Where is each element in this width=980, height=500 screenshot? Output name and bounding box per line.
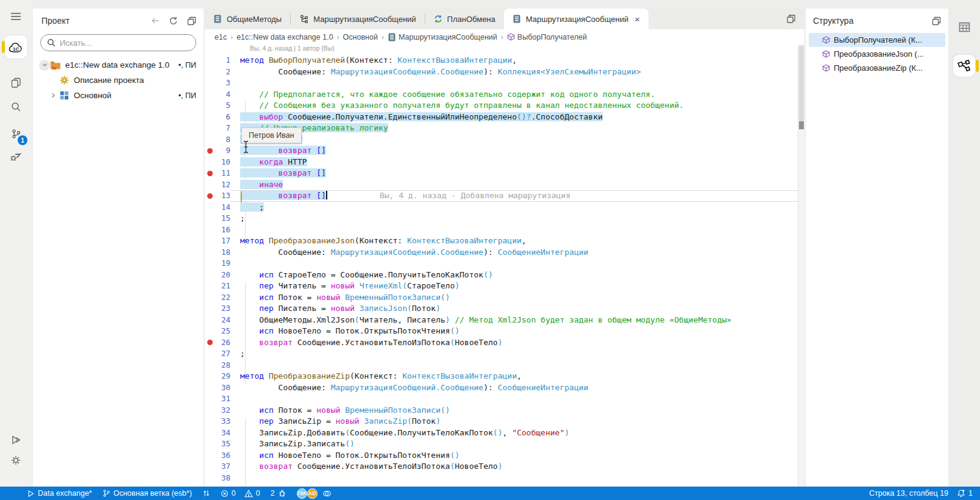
breakpoint-gutter[interactable] bbox=[205, 438, 215, 450]
code-line-26[interactable]: 26 возврат Сообщение.УстановитьТелоИзПот… bbox=[205, 337, 804, 349]
breakpoint-gutter[interactable] bbox=[205, 190, 215, 202]
breakpoint-gutter[interactable] bbox=[205, 123, 215, 134]
breakpoint-gutter[interactable] bbox=[205, 77, 215, 89]
tree-item-Описание проекта[interactable]: Описание проекта bbox=[33, 73, 204, 88]
breakpoint-gutter[interactable] bbox=[205, 134, 215, 146]
tree-item-e1c::New data exchange 1.0[interactable]: 1ce1c::New data exchange 1.0•, ПИ bbox=[33, 57, 204, 73]
breakpoint-icon[interactable] bbox=[207, 171, 213, 176]
breakpoint-gutter[interactable] bbox=[205, 112, 215, 123]
code-line-29[interactable]: 29метод ПреобразованиеZip(Контекст: Конт… bbox=[205, 371, 804, 382]
open-new-window-button[interactable] bbox=[185, 15, 197, 27]
scrollbar-thumb[interactable] bbox=[799, 46, 804, 124]
breakpoint-gutter[interactable] bbox=[205, 393, 215, 405]
code-line-3[interactable]: 3 bbox=[205, 77, 804, 89]
code-line-19[interactable]: 19 bbox=[205, 258, 804, 270]
code-line-27[interactable]: 27; bbox=[205, 348, 804, 360]
code-line-15[interactable]: 15; bbox=[205, 213, 804, 224]
code-line-1[interactable]: 1метод ВыборПолучателей(Контекст: Контек… bbox=[205, 55, 804, 66]
debug-button[interactable] bbox=[5, 146, 26, 167]
breadcrumb-item[interactable]: e1c bbox=[215, 33, 227, 41]
code-line-11[interactable]: 11 возврат [] bbox=[205, 168, 804, 179]
quick-fix-lightbulb-icon[interactable] bbox=[241, 192, 247, 200]
code-line-20[interactable]: 20 исп СтароеТело = Сообщение.ПолучитьТе… bbox=[205, 270, 804, 281]
code-editor[interactable]: Вы, 4 д. назад | 1 автор (Вы) 1метод Выб… bbox=[205, 45, 804, 487]
avatar-pi[interactable]: ПИ bbox=[297, 488, 307, 499]
code-line-14[interactable]: 14 ; bbox=[205, 202, 804, 213]
avatar-ad[interactable]: AD bbox=[307, 488, 318, 499]
code-line-24[interactable]: 24 ОбщиеМетоды.Xml2Json(Читатель, Писате… bbox=[205, 315, 804, 326]
code-line-38[interactable]: 38 bbox=[205, 473, 804, 484]
code-line-2[interactable]: 2 Сообщение: МаршрутизацияСообщений.Сооб… bbox=[205, 66, 804, 78]
breakpoint-gutter[interactable] bbox=[205, 315, 215, 326]
code-line-12[interactable]: 12 иначе bbox=[205, 179, 804, 191]
breakpoint-gutter[interactable] bbox=[205, 427, 215, 439]
breakpoint-gutter[interactable] bbox=[205, 416, 215, 427]
breakpoint-gutter[interactable] bbox=[205, 461, 215, 473]
close-tab-icon[interactable]: × bbox=[634, 15, 640, 24]
breadcrumb-item[interactable]: МаршрутизацияСообщений bbox=[388, 33, 497, 41]
breakpoint-icon[interactable] bbox=[207, 340, 213, 345]
code-line-4[interactable]: 4 // Предполагается, что каждое сообщени… bbox=[205, 89, 804, 101]
back-button[interactable] bbox=[149, 15, 161, 27]
breakpoint-gutter[interactable] bbox=[205, 202, 215, 213]
sync-button[interactable] bbox=[202, 489, 210, 498]
code-line-33[interactable]: 33 пер ЗаписьZip = новый ЗаписьZip(Поток… bbox=[205, 416, 804, 427]
settings-button[interactable] bbox=[5, 450, 26, 471]
breakpoint-gutter[interactable] bbox=[205, 473, 215, 484]
breakpoint-gutter[interactable] bbox=[205, 450, 215, 462]
code-line-6[interactable]: 6 выбор Сообщение.Получатели.Единственны… bbox=[205, 112, 804, 123]
tab-ОбщиеМетоды[interactable]: ОбщиеМетоды bbox=[205, 9, 290, 29]
breakpoint-gutter[interactable] bbox=[205, 348, 215, 360]
breadcrumb-item[interactable]: e1c::New data exchange 1.0 bbox=[236, 33, 333, 41]
code-line-17[interactable]: 17метод ПреобразованиеJson(Контекст: Кон… bbox=[205, 235, 804, 247]
breakpoint-gutter[interactable] bbox=[205, 100, 215, 112]
breakpoint-gutter[interactable] bbox=[205, 89, 215, 101]
breakpoint-gutter[interactable] bbox=[205, 360, 215, 371]
breakpoint-gutter[interactable] bbox=[205, 326, 215, 337]
code-line-22[interactable]: 22 исп Поток = новый ВременныйПотокЗапис… bbox=[205, 292, 804, 304]
breakpoint-gutter[interactable] bbox=[205, 371, 215, 382]
structure-item-ВыборПолучателей[interactable]: ВыборПолучателей (К... bbox=[809, 33, 945, 47]
workspace-1c-button[interactable]: 1С bbox=[4, 35, 27, 59]
git-branch-button[interactable]: Основная ветка (esb*) bbox=[102, 489, 192, 498]
table-view-button[interactable] bbox=[953, 16, 975, 38]
tasks-button[interactable]: 2 bbox=[271, 489, 286, 498]
code-line-34[interactable]: 34 ЗаписьZip.Добавить(Сообщение.Получить… bbox=[205, 427, 804, 439]
code-line-36[interactable]: 36 исп НовоеТело = Поток.ОткрытьПотокЧте… bbox=[205, 450, 804, 462]
breakpoint-gutter[interactable] bbox=[205, 382, 215, 394]
breakpoint-gutter[interactable] bbox=[205, 213, 215, 224]
breakpoint-gutter[interactable] bbox=[205, 270, 215, 281]
breakpoint-icon[interactable] bbox=[207, 193, 213, 199]
breakpoint-gutter[interactable] bbox=[205, 235, 215, 247]
breakpoint-gutter[interactable] bbox=[205, 179, 215, 191]
open-new-window-button[interactable] bbox=[930, 15, 942, 27]
code-line-25[interactable]: 25 исп НовоеТело = Поток.ОткрытьПотокЧте… bbox=[205, 326, 804, 337]
breakpoint-gutter[interactable] bbox=[205, 247, 215, 259]
breakpoint-gutter[interactable] bbox=[205, 303, 215, 315]
coediting-button[interactable] bbox=[322, 490, 332, 498]
search-button[interactable] bbox=[5, 96, 26, 117]
code-line-9[interactable]: 9 возврат [] bbox=[205, 145, 804, 157]
tree-item-Основной[interactable]: Основной•, ПИ bbox=[33, 88, 204, 103]
restore-editor-button[interactable] bbox=[785, 13, 797, 25]
code-line-30[interactable]: 30 Сообщение: МаршрутизацияСообщений.Соо… bbox=[205, 382, 804, 394]
breakpoint-gutter[interactable] bbox=[205, 55, 215, 66]
breakpoint-gutter[interactable] bbox=[205, 224, 215, 236]
breakpoint-gutter[interactable] bbox=[205, 66, 215, 78]
code-line-5[interactable]: 5 // Сообщения без указанного получателя… bbox=[205, 100, 804, 112]
git-button[interactable]: 1 bbox=[5, 123, 26, 144]
cursor-position[interactable]: Строка 13, столбец 19 bbox=[869, 489, 948, 498]
breakpoint-gutter[interactable] bbox=[205, 280, 215, 292]
code-line-32[interactable]: 32 исп Поток = новый ВременныйПотокЗапис… bbox=[205, 405, 804, 416]
code-line-35[interactable]: 35 ЗаписьZip.Записать() bbox=[205, 438, 804, 450]
code-line-28[interactable]: 28 bbox=[205, 360, 804, 371]
code-line-31[interactable]: 31 bbox=[205, 393, 804, 405]
code-line-16[interactable]: 16 bbox=[205, 224, 804, 236]
breakpoint-gutter[interactable] bbox=[205, 145, 215, 157]
breakpoint-gutter[interactable] bbox=[205, 258, 215, 270]
codelens-annotation[interactable]: Вы, 4 д. назад | 1 автор (Вы) bbox=[205, 45, 804, 55]
code-line-13[interactable]: 13 возврат []Вы, 4 д. назад · Добавлена … bbox=[205, 190, 804, 202]
refresh-button[interactable] bbox=[167, 15, 179, 27]
structure-item-ПреобразованиеJson[interactable]: ПреобразованиеJson (... bbox=[809, 47, 945, 61]
breakpoint-gutter[interactable] bbox=[205, 337, 215, 349]
